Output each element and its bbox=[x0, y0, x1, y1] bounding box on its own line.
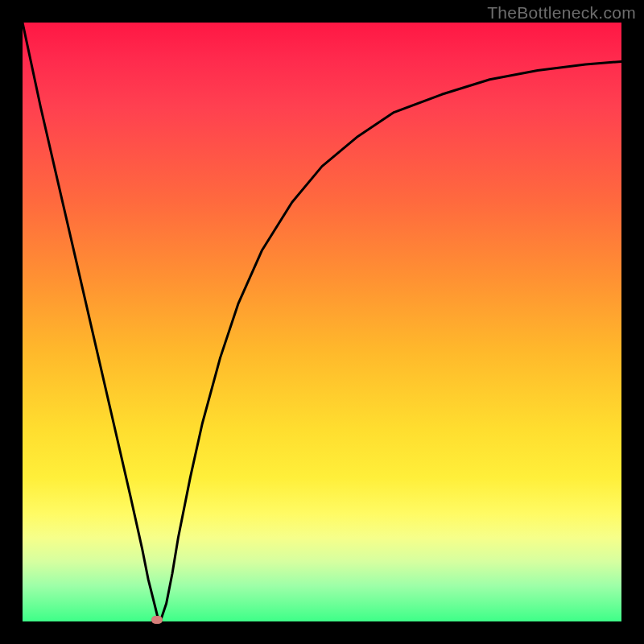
bottleneck-curve bbox=[23, 23, 621, 621]
watermark-text: TheBottleneck.com bbox=[487, 3, 636, 23]
chart-frame: TheBottleneck.com bbox=[0, 0, 644, 644]
minimum-marker bbox=[151, 616, 163, 624]
plot-area bbox=[23, 23, 621, 621]
